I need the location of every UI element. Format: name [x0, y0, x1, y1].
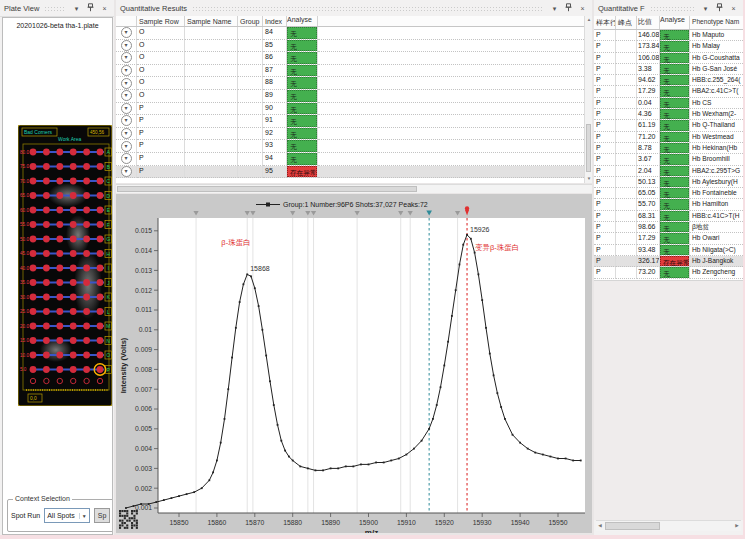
- scrollbar-thumb[interactable]: [586, 124, 591, 172]
- panel-menu-icon[interactable]: ▾: [549, 3, 560, 14]
- plate-spot[interactable]: [97, 163, 104, 170]
- plate-spot[interactable]: [97, 279, 104, 286]
- plate-spot[interactable]: [30, 163, 37, 170]
- plate-spot[interactable]: [43, 221, 50, 228]
- table-row[interactable]: P2.04无HBA2:c.295T>G: [594, 166, 743, 177]
- close-icon[interactable]: ×: [577, 3, 588, 14]
- table-row[interactable]: P55.70无Hb Hamilton: [594, 199, 743, 210]
- plate-spot[interactable]: [97, 207, 104, 214]
- plate-spot[interactable]: [97, 294, 104, 301]
- plate-spot[interactable]: [83, 163, 90, 170]
- plate-spot[interactable]: [83, 337, 90, 344]
- plate-spot[interactable]: [56, 294, 63, 301]
- plate-spot[interactable]: [70, 294, 77, 301]
- pin-icon[interactable]: [714, 3, 725, 14]
- table-row[interactable]: P4.36无Hb Wexham(2-: [594, 109, 743, 120]
- table-row[interactable]: P61.19无Hb Q-Thailand: [594, 120, 743, 131]
- plate-spot[interactable]: [70, 149, 77, 156]
- close-icon[interactable]: ×: [99, 3, 110, 14]
- plate-spot[interactable]: [97, 236, 104, 243]
- table-row[interactable]: P17.29无Hb Owari: [594, 233, 743, 244]
- plate-spot[interactable]: [83, 192, 90, 199]
- table-row[interactable]: P50.13无Hb Aylesbury(H: [594, 177, 743, 188]
- plate-spot[interactable]: [83, 308, 90, 315]
- plate-spot[interactable]: [30, 337, 37, 344]
- peak-marker-icon[interactable]: [408, 211, 413, 216]
- plate-spot[interactable]: [97, 337, 104, 344]
- peak-marker-icon[interactable]: [398, 211, 403, 216]
- expand-row-button[interactable]: ▾: [121, 153, 132, 164]
- table-row[interactable]: ▾O85无: [116, 40, 584, 53]
- table-row[interactable]: P8.78无Hb Hekinan(Hb: [594, 143, 743, 154]
- table-row[interactable]: ▾P94无: [116, 153, 584, 166]
- panel-menu-icon[interactable]: ▾: [71, 3, 82, 14]
- results-vertical-scrollbar[interactable]: ▲ ▼: [584, 16, 592, 183]
- plate-spot[interactable]: [56, 192, 63, 199]
- panel-menu-icon[interactable]: ▾: [700, 3, 711, 14]
- plate-spot[interactable]: [70, 163, 77, 170]
- teal-marker-icon[interactable]: [426, 211, 432, 216]
- plate-spot[interactable]: [56, 308, 63, 315]
- plate-spot[interactable]: [97, 308, 104, 315]
- spot-run-dropdown[interactable]: All Spots ▼: [44, 508, 90, 523]
- plate-spot[interactable]: [30, 366, 37, 373]
- peak-marker-icon[interactable]: [250, 211, 255, 216]
- phenotype-horizontal-scrollbar[interactable]: ◀ ▶: [596, 520, 741, 531]
- plate-spot[interactable]: [30, 352, 37, 359]
- expand-row-button[interactable]: ▾: [121, 90, 132, 101]
- plate-spot[interactable]: [56, 337, 63, 344]
- table-row[interactable]: P65.05无Hb Fontaineble: [594, 188, 743, 199]
- plate-spot[interactable]: [70, 337, 77, 344]
- expand-row-button[interactable]: ▾: [121, 27, 132, 38]
- plate-spot[interactable]: [56, 178, 63, 185]
- scroll-up-icon[interactable]: ▲: [585, 16, 593, 24]
- plate-spot[interactable]: [43, 294, 50, 301]
- spot-button[interactable]: Sp: [94, 508, 111, 523]
- peak-marker-icon[interactable]: [455, 211, 460, 216]
- table-row[interactable]: ▾P90无: [116, 103, 584, 116]
- plate-spot[interactable]: [83, 323, 90, 330]
- plate-spot[interactable]: [70, 221, 77, 228]
- plate-spot[interactable]: [83, 279, 90, 286]
- spectrum-plot[interactable]: Group:1 Number:96P6 Shots:37,027 Peaks:7…: [116, 194, 592, 533]
- plate-spot[interactable]: [97, 149, 104, 156]
- peak-marker-icon[interactable]: [193, 211, 198, 216]
- results-titlebar[interactable]: Quantitative Results ▾ ×: [116, 0, 592, 17]
- results-horizontal-scrollbar[interactable]: [116, 184, 592, 193]
- scrollbar-thumb[interactable]: [117, 186, 417, 192]
- expand-row-button[interactable]: ▾: [121, 40, 132, 51]
- plate-spot[interactable]: [43, 149, 50, 156]
- plate-spot[interactable]: [43, 207, 50, 214]
- plate-spot[interactable]: [43, 279, 50, 286]
- plate-spot[interactable]: [56, 163, 63, 170]
- table-row[interactable]: ▾P91无: [116, 115, 584, 128]
- red-pin-icon[interactable]: [465, 206, 469, 215]
- table-row[interactable]: ▾P93无: [116, 140, 584, 153]
- table-row[interactable]: ▾P95存在异常: [116, 166, 584, 179]
- plate-spot[interactable]: [70, 192, 77, 199]
- plate-spot[interactable]: [43, 308, 50, 315]
- table-row[interactable]: P173.84无Hb Malay: [594, 41, 743, 52]
- table-row[interactable]: P3.38无Hb G-San José: [594, 64, 743, 75]
- plate-spot[interactable]: [56, 207, 63, 214]
- plate-spot[interactable]: [83, 178, 90, 185]
- plate-spot[interactable]: [30, 221, 37, 228]
- plate-spot[interactable]: [30, 279, 37, 286]
- plate-spot[interactable]: [43, 337, 50, 344]
- plate-spot[interactable]: [43, 366, 50, 373]
- plate-spot[interactable]: [83, 207, 90, 214]
- peak-marker-icon[interactable]: [355, 211, 360, 216]
- table-row[interactable]: P98.66无β地贫: [594, 222, 743, 233]
- plate-spot[interactable]: [43, 236, 50, 243]
- plate-spot[interactable]: [56, 279, 63, 286]
- plate-spot[interactable]: [56, 323, 63, 330]
- plate-spot[interactable]: [97, 250, 104, 257]
- plate-spot[interactable]: [97, 265, 104, 272]
- plate-spot[interactable]: [56, 149, 63, 156]
- plate-spot[interactable]: [70, 279, 77, 286]
- plate-view-titlebar[interactable]: Plate View ▾ ×: [0, 0, 114, 17]
- pin-icon[interactable]: [563, 3, 574, 14]
- plate-spot[interactable]: [56, 236, 63, 243]
- plate-spot[interactable]: [97, 192, 104, 199]
- pin-icon[interactable]: [85, 3, 96, 14]
